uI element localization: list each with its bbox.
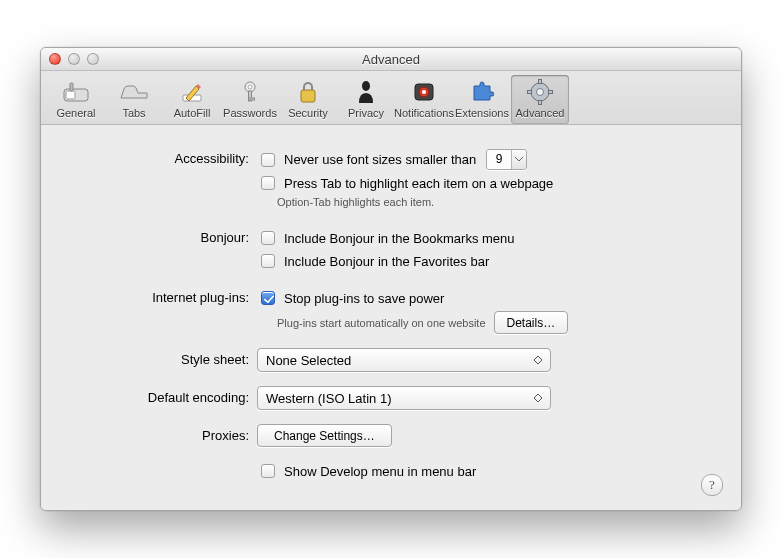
svg-point-14 <box>537 89 544 96</box>
notification-icon <box>408 78 440 106</box>
minimize-icon[interactable] <box>68 53 80 65</box>
show-develop-text: Show Develop menu in menu bar <box>284 464 476 479</box>
proxies-label: Proxies: <box>71 424 257 443</box>
bonjour-bookmarks-checkbox[interactable] <box>261 231 275 245</box>
svg-rect-8 <box>301 90 315 102</box>
tab-passwords[interactable]: Passwords <box>221 75 279 124</box>
option-tab-hint: Option-Tab highlights each item. <box>277 196 711 208</box>
bonjour-favorites-checkbox[interactable] <box>261 254 275 268</box>
tab-privacy[interactable]: Privacy <box>337 75 395 124</box>
details-button[interactable]: Details… <box>494 311 569 334</box>
svg-rect-16 <box>539 101 542 105</box>
svg-point-12 <box>422 90 426 94</box>
key-icon <box>234 78 266 106</box>
preferences-window: Advanced General Tabs AutoFill <box>40 47 742 511</box>
titlebar: Advanced <box>41 48 741 71</box>
svg-rect-15 <box>539 80 542 84</box>
tab-general[interactable]: General <box>47 75 105 124</box>
svg-point-5 <box>248 85 252 89</box>
updown-icon <box>530 393 546 403</box>
puzzle-icon <box>466 78 498 106</box>
window-controls <box>49 53 99 65</box>
switch-icon <box>60 78 92 106</box>
stop-plugins-checkbox[interactable] <box>261 291 275 305</box>
change-settings-button[interactable]: Change Settings… <box>257 424 392 447</box>
svg-point-9 <box>362 81 370 91</box>
tab-advanced[interactable]: Advanced <box>511 75 569 124</box>
chevron-down-icon[interactable] <box>511 150 526 169</box>
font-size-minimum-text: Never use font sizes smaller than <box>284 152 476 167</box>
svg-rect-7 <box>249 98 255 100</box>
tab-security[interactable]: Security <box>279 75 337 124</box>
font-size-minimum-checkbox[interactable] <box>261 153 275 167</box>
svg-rect-2 <box>70 83 73 91</box>
bonjour-favorites-text: Include Bonjour in the Favorites bar <box>284 254 489 269</box>
encoding-select[interactable]: Western (ISO Latin 1) <box>257 386 551 410</box>
stylesheet-select[interactable]: None Selected <box>257 348 551 372</box>
gear-icon <box>524 78 556 106</box>
close-icon[interactable] <box>49 53 61 65</box>
tab-icon <box>118 78 150 106</box>
advanced-pane: Accessibility: Never use font sizes smal… <box>41 125 741 510</box>
zoom-icon[interactable] <box>87 53 99 65</box>
show-develop-checkbox[interactable] <box>261 464 275 478</box>
pencil-icon <box>176 78 208 106</box>
press-tab-text: Press Tab to highlight each item on a we… <box>284 176 553 191</box>
svg-rect-18 <box>549 91 553 94</box>
encoding-value: Western (ISO Latin 1) <box>266 391 391 406</box>
font-size-stepper[interactable]: 9 <box>486 149 527 170</box>
help-button[interactable]: ? <box>701 474 723 496</box>
bonjour-bookmarks-text: Include Bonjour in the Bookmarks menu <box>284 231 515 246</box>
stop-plugins-text: Stop plug-ins to save power <box>284 291 444 306</box>
window-title: Advanced <box>41 52 741 67</box>
svg-rect-17 <box>528 91 532 94</box>
plugins-label: Internet plug-ins: <box>71 288 257 305</box>
tab-tabs[interactable]: Tabs <box>105 75 163 124</box>
accessibility-label: Accessibility: <box>71 149 257 166</box>
bonjour-label: Bonjour: <box>71 228 257 245</box>
press-tab-checkbox[interactable] <box>261 176 275 190</box>
privacy-icon <box>350 78 382 106</box>
updown-icon <box>530 355 546 365</box>
tab-autofill[interactable]: AutoFill <box>163 75 221 124</box>
preferences-toolbar: General Tabs AutoFill Passwords <box>41 71 741 125</box>
plugins-auto-hint: Plug-ins start automatically on one webs… <box>277 317 486 329</box>
font-size-value: 9 <box>487 150 511 169</box>
svg-rect-1 <box>66 91 75 99</box>
stylesheet-value: None Selected <box>266 353 351 368</box>
lock-icon <box>292 78 324 106</box>
tab-notifications[interactable]: Notifications <box>395 75 453 124</box>
encoding-label: Default encoding: <box>71 386 257 405</box>
tab-extensions[interactable]: Extensions <box>453 75 511 124</box>
stylesheet-label: Style sheet: <box>71 348 257 367</box>
